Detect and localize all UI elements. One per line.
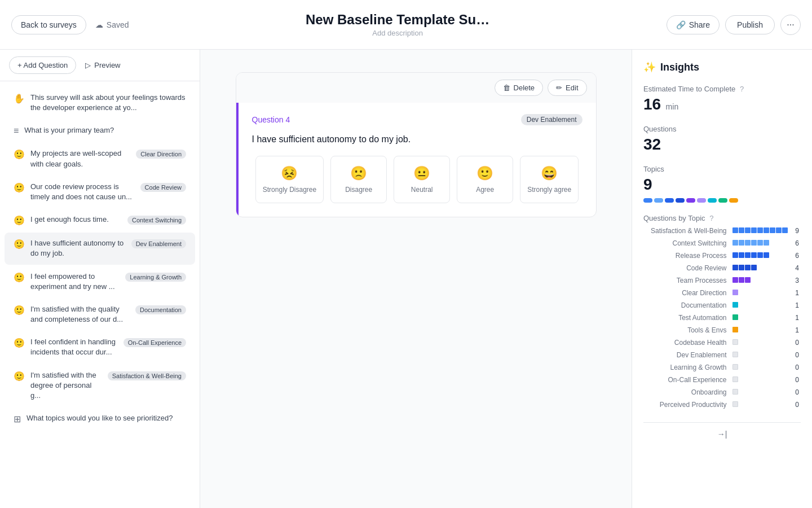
mini-bar-seg — [751, 240, 757, 246]
topic-row-10: Dev Enablement 0 — [643, 349, 801, 361]
sidebar-item-text-10: What topics would you like to see priori… — [27, 413, 186, 423]
sidebar-item-3[interactable]: 🙂 Our code review process is timely and … — [5, 176, 195, 208]
mini-bar-seg — [732, 290, 738, 295]
collapse-panel-button[interactable]: →| — [643, 422, 801, 445]
mini-bar-seg — [745, 227, 751, 233]
answer-emoji-4: 😄 — [541, 165, 558, 181]
sidebar-item-1[interactable]: ≡ What is your primary team? — [5, 120, 195, 142]
sidebar-item-7[interactable]: 🙂 I'm satisfied with the quality and com… — [5, 299, 195, 330]
sidebar-item-0[interactable]: ✋ This survey will ask about your feelin… — [5, 87, 195, 119]
questions-label: Questions — [643, 125, 801, 133]
preview-button[interactable]: ▷ Preview — [85, 61, 120, 69]
sidebar-item-icon-1: ≡ — [14, 126, 19, 136]
mini-bar-seg — [732, 277, 738, 283]
estimated-time-section: Estimated Time to Complete ? 16 min — [643, 85, 801, 113]
topic-bar-6 — [708, 198, 717, 203]
answer-option-0[interactable]: 😣 Strongly Disagree — [255, 156, 324, 203]
edit-button[interactable]: ✏ Edit — [548, 80, 586, 96]
main-layout: + Add Question ▷ Preview ✋ This survey w… — [0, 50, 812, 508]
answer-option-3[interactable]: 🙂 Agree — [457, 156, 513, 203]
help-icon-2: ? — [709, 214, 713, 222]
mini-bar-empty — [732, 389, 738, 395]
topic-name-12: On-Call Experience — [643, 374, 731, 386]
mini-bar-seg — [745, 277, 751, 283]
mini-bar-seg — [732, 240, 738, 246]
link-icon: 🔗 — [676, 20, 686, 29]
topic-count-10: 0 — [793, 349, 801, 361]
topic-name-14: Perceived Productivity — [643, 398, 731, 411]
topic-name-6: Documentation — [643, 299, 731, 312]
add-question-button[interactable]: + Add Question — [9, 56, 76, 74]
mini-bar-seg — [751, 265, 757, 270]
topic-row-9: Codebase Health 0 — [643, 336, 801, 349]
sidebar-item-icon-7: 🙂 — [14, 305, 25, 316]
sidebar-item-badge-9: Satisfaction & Well-Being — [108, 371, 186, 380]
questions-by-topic-label: Questions by Topic ? — [643, 214, 801, 222]
topic-row-4: Team Processes 3 — [643, 274, 801, 287]
mini-bar-seg — [751, 252, 757, 258]
topic-row-2: Release Process 6 — [643, 249, 801, 262]
sidebar-item-2[interactable]: 🙂 My projects are well-scoped with clear… — [5, 143, 195, 174]
answer-label-4: Strongly agree — [527, 186, 571, 194]
topic-count-0: 9 — [793, 225, 801, 237]
sidebar-item-8[interactable]: 🙂 I feel confident in handling incidents… — [5, 331, 195, 363]
topic-bar-1 — [654, 198, 663, 203]
sidebar-item-badge-7: Documentation — [135, 305, 186, 314]
topic-count-1: 6 — [793, 237, 801, 249]
topic-count-8: 1 — [793, 324, 801, 336]
sidebar-item-badge-3: Code Review — [140, 183, 186, 192]
sidebar-item-6[interactable]: 🙂 I feel empowered to experiment and try… — [5, 266, 195, 297]
topic-row-0: Satisfaction & Well-Being 9 — [643, 225, 801, 237]
saved-label: Saved — [107, 20, 129, 29]
topic-bar-7 — [718, 198, 727, 203]
answer-option-1[interactable]: 🙁 Disagree — [330, 156, 387, 203]
topic-count-7: 1 — [793, 312, 801, 324]
topic-bar-3 — [676, 198, 685, 203]
sidebar-item-5[interactable]: 🙂 I have sufficient autonomy to do my jo… — [5, 233, 195, 264]
topic-count-2: 6 — [793, 249, 801, 262]
publish-button[interactable]: Publish — [725, 15, 775, 34]
topic-bar-cell-6 — [731, 299, 793, 312]
mini-bar-empty — [732, 339, 738, 345]
survey-description[interactable]: Add description — [306, 29, 489, 37]
topic-row-6: Documentation 1 — [643, 299, 801, 312]
sidebar-item-text-8: I feel confident in handling incidents t… — [30, 337, 118, 357]
topic-count-12: 0 — [793, 374, 801, 386]
topic-bar-cell-12 — [731, 374, 793, 386]
insights-icon: ✨ — [643, 61, 656, 73]
right-panel: ✨ Insights Estimated Time to Complete ? … — [632, 50, 812, 508]
topic-count-4: 3 — [793, 274, 801, 287]
sidebar-item-10[interactable]: ⊞ What topics would you like to see prio… — [5, 408, 195, 430]
topic-row-5: Clear Direction 1 — [643, 287, 801, 299]
mini-bar-seg — [751, 227, 757, 233]
question-text: I have sufficient autonomy to do my job. — [252, 134, 582, 144]
mini-bar-seg — [770, 227, 775, 233]
mini-bar-seg — [745, 252, 751, 258]
topic-name-2: Release Process — [643, 249, 731, 262]
question-topic-badge: Dev Enablement — [521, 114, 582, 125]
topic-bar-8 — [729, 198, 738, 203]
mini-bar-seg — [764, 252, 769, 258]
sidebar-item-badge-8: On-Call Experience — [123, 338, 186, 347]
topic-bar-cell-4 — [731, 274, 793, 287]
answer-option-4[interactable]: 😄 Strongly agree — [520, 156, 579, 203]
delete-button[interactable]: 🗑 Delete — [495, 80, 544, 96]
answer-option-2[interactable]: 😐 Neutral — [394, 156, 450, 203]
topic-row-13: Onboarding 0 — [643, 386, 801, 398]
play-icon: ▷ — [85, 61, 91, 69]
cloud-icon: ☁ — [95, 20, 103, 29]
mini-bar-seg — [732, 314, 738, 320]
topic-bar-2 — [665, 198, 674, 203]
mini-bar-seg — [764, 227, 769, 233]
topics-bars — [643, 198, 801, 203]
sidebar-item-9[interactable]: 🙂 I'm satisfied with the degree of perso… — [5, 365, 195, 407]
share-button[interactable]: 🔗 Share — [667, 15, 720, 34]
mini-bar-seg — [739, 277, 744, 283]
pencil-icon: ✏ — [556, 84, 562, 92]
sidebar-item-text-5: I have sufficient autonomy to do my job. — [30, 238, 126, 259]
answer-emoji-0: 😣 — [281, 165, 298, 181]
sidebar-item-4[interactable]: 🙂 I get enough focus time. Context Switc… — [5, 209, 195, 231]
mini-bar-empty — [732, 376, 738, 382]
back-to-surveys-button[interactable]: Back to surveys — [11, 15, 86, 34]
more-options-button[interactable]: ··· — [780, 15, 801, 35]
